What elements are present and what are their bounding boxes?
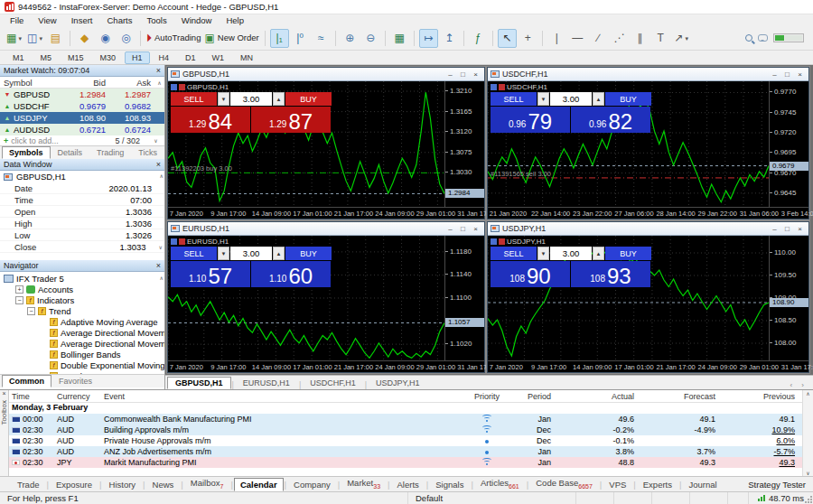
horizontal-line-button[interactable]: —: [568, 29, 587, 48]
timeframe-w1[interactable]: W1: [205, 51, 232, 64]
menu-item-charts[interactable]: Charts: [100, 14, 140, 26]
tab-symbols[interactable]: Symbols: [2, 146, 51, 159]
toolbox-close-icon[interactable]: ×: [0, 390, 8, 397]
minimize-button[interactable]: –: [444, 70, 456, 79]
chart-window-titlebar[interactable]: GBPUSD,H1–□×: [168, 68, 484, 81]
tab-scroll-arrows[interactable]: ‹ ›: [790, 381, 813, 389]
trendline-button[interactable]: ∕: [589, 29, 608, 48]
chart-tab-usdjpy-h1[interactable]: USDJPY,H1: [368, 377, 427, 389]
volume-up-button[interactable]: ▲: [273, 92, 285, 106]
market-watch-row-audusd[interactable]: ▲AUDUSD0.67210.6724: [0, 124, 164, 135]
column-time[interactable]: Time: [9, 392, 54, 401]
calendar-row[interactable]: 02:30AUDBuilding Approvals m/mDec-0.2%-4…: [9, 425, 802, 435]
candlestick-chart-button[interactable]: |⁰: [291, 29, 310, 48]
buy-price-button[interactable]: 0.9682: [571, 107, 650, 133]
chart-plot[interactable]: USDCHF,H1SELL▼3.00▲BUY0.96790.9682#11391…: [488, 81, 769, 207]
timeframe-m5[interactable]: M5: [33, 51, 60, 64]
column-forecast[interactable]: Forecast: [641, 392, 723, 401]
toolbox-tab-journal[interactable]: Journal: [682, 478, 723, 491]
column-actual[interactable]: Actual: [558, 392, 641, 401]
sell-button[interactable]: SELL: [491, 247, 537, 260]
scroll-up-icon[interactable]: ∧: [160, 173, 164, 179]
calendar-scrollbar[interactable]: ∧∨: [802, 390, 813, 477]
toolbox-toggle-button[interactable]: ◆: [75, 29, 94, 48]
data-window-symbol-row[interactable]: GBPUSD,H1∧: [0, 171, 164, 182]
search-icon[interactable]: [745, 34, 752, 42]
calendar-row[interactable]: 02:30AUDANZ Job Advertisements m/mJan3.8…: [9, 446, 802, 457]
tree-item[interactable]: IFX Trader 5: [0, 273, 164, 284]
cursor-button[interactable]: ↖: [498, 29, 517, 48]
market-watch-row-gbpusd[interactable]: ▼GBPUSD1.29841.2987: [0, 89, 164, 100]
vertical-line-button[interactable]: |: [547, 29, 566, 48]
connection-status-indicator[interactable]: [773, 33, 804, 42]
tree-item[interactable]: fAverage Directional Movement: [0, 327, 164, 338]
column-previous[interactable]: Previous: [723, 392, 802, 401]
column-currency[interactable]: Currency: [54, 392, 101, 401]
tree-item[interactable]: fBollinger Bands: [0, 349, 164, 359]
close-button[interactable]: ×: [794, 224, 806, 234]
market-watch-row-usdchf[interactable]: ▲USDCHF0.96790.9682: [0, 100, 164, 112]
column-symbol[interactable]: Symbol: [0, 78, 64, 88]
buy-button[interactable]: BUY: [285, 247, 332, 260]
column-event[interactable]: Event: [101, 392, 461, 401]
profiles-button[interactable]: ◫▾: [25, 29, 44, 48]
fibonacci-button[interactable]: ⋰: [610, 29, 629, 48]
tree-item[interactable]: fDouble Exponential Moving Av: [0, 359, 164, 370]
tab-common[interactable]: Common: [2, 375, 51, 387]
tree-item[interactable]: −fIndicators: [0, 294, 164, 305]
menu-item-file[interactable]: File: [3, 14, 31, 26]
autotrading-button[interactable]: ⏵AutoTrading: [145, 29, 201, 48]
timeframe-h1[interactable]: H1: [125, 51, 150, 64]
chart-tab-eurusd-h1[interactable]: EURUSD,H1: [235, 377, 298, 389]
sell-price-button[interactable]: 0.9679: [491, 107, 570, 133]
market-watch-toggle-button[interactable]: ▤: [46, 29, 65, 48]
toolbox-tab-calendar[interactable]: Calendar: [234, 478, 284, 491]
chart-plot[interactable]: USDJPY,H1SELL▼3.00▲BUY1089010893: [488, 236, 769, 360]
resize-grip[interactable]: [805, 496, 812, 503]
toolbox-tab-news[interactable]: News: [146, 478, 181, 491]
toolbox-tab-alerts[interactable]: Alerts: [391, 478, 425, 491]
close-button[interactable]: ×: [470, 224, 481, 234]
bar-chart-button[interactable]: |₁: [270, 29, 289, 48]
scroll-down-icon[interactable]: ∨: [151, 137, 161, 144]
new-order-button[interactable]: ▣New Order: [203, 29, 259, 48]
sell-price-button[interactable]: 1.1057: [171, 261, 250, 287]
minimize-button[interactable]: –: [769, 224, 780, 234]
tile-windows-button[interactable]: ▦: [390, 29, 409, 48]
toolbox-tab-signals[interactable]: Signals: [429, 478, 470, 491]
chat-icon[interactable]: [758, 34, 768, 42]
event-previous[interactable]: 10.9%: [723, 425, 802, 434]
menu-item-help[interactable]: Help: [219, 14, 251, 26]
sell-price-button[interactable]: 10890: [491, 261, 570, 287]
close-icon[interactable]: ×: [156, 161, 161, 169]
toolbox-tab-mailbox[interactable]: Mailbox7: [184, 476, 230, 491]
market-watch-add-row[interactable]: +click to add...5 / 302∨: [0, 135, 164, 145]
toolbox-tab-history[interactable]: History: [103, 478, 143, 491]
volume-up-button[interactable]: ▲: [593, 247, 604, 260]
buy-button[interactable]: BUY: [605, 247, 651, 260]
timeframe-d1[interactable]: D1: [178, 51, 203, 64]
strategy-tester-toggle-button[interactable]: ◉: [96, 29, 115, 48]
chart-shift-button[interactable]: ↥: [440, 29, 459, 48]
chart-window-titlebar[interactable]: USDCHF,H1–□×: [488, 68, 808, 81]
equidistant-channel-button[interactable]: ∥: [631, 29, 649, 48]
toolbox-tab-company[interactable]: Company: [287, 478, 337, 491]
collapse-icon[interactable]: −: [27, 307, 35, 315]
timeframe-m1[interactable]: M1: [5, 51, 32, 64]
menu-item-tools[interactable]: Tools: [139, 14, 173, 26]
calendar-row[interactable]: 02:30AUDPrivate House Approvals m/mDec-0…: [9, 435, 802, 446]
menu-item-insert[interactable]: Insert: [64, 14, 100, 26]
column-priority[interactable]: Priority: [461, 392, 513, 401]
toolbox-tab-market[interactable]: Market33: [341, 476, 387, 491]
minimize-button[interactable]: –: [769, 70, 780, 79]
collapse-icon[interactable]: −: [15, 296, 23, 304]
timeframe-mn[interactable]: MN: [233, 51, 260, 64]
volume-up-button[interactable]: ▲: [273, 247, 285, 260]
chart-plot[interactable]: GBPUSD,H1SELL▼3.00▲BUY1.29841.2987#11392…: [168, 81, 444, 207]
buy-price-button[interactable]: 10893: [571, 261, 650, 287]
zoom-out-button[interactable]: ⊖: [361, 29, 380, 48]
crosshair-button[interactable]: +: [519, 29, 537, 48]
toolbox-tab-code-base[interactable]: Code Base6657: [529, 476, 599, 491]
tab-favorites[interactable]: Favorites: [51, 375, 99, 387]
sell-button[interactable]: SELL: [171, 247, 217, 260]
